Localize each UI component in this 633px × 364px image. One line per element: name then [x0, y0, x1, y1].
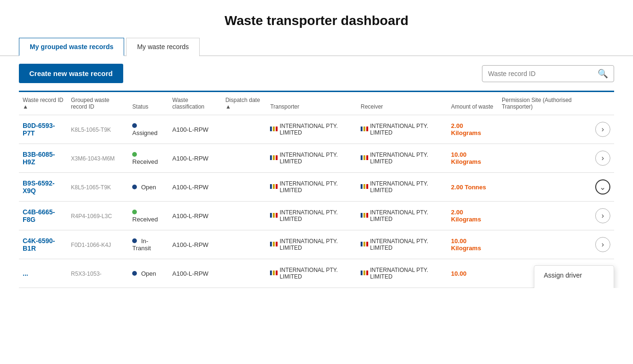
cell-waste-record-id: C4K-6590-B1R [19, 230, 67, 259]
cell-actions: › [591, 144, 614, 173]
row-action-button[interactable]: › [595, 122, 610, 137]
waste-records-table: Waste record ID ▲ Grouped waste record I… [19, 91, 614, 288]
col-header-actions [591, 92, 614, 115]
cell-actions: ⌄ [591, 173, 614, 202]
cell-grouped-id: R4P4-1069-L3C [67, 202, 128, 230]
receiver-name: INTERNATIONAL PTY. LIMITED [370, 180, 444, 194]
create-waste-record-button[interactable]: Create new waste record [19, 64, 123, 83]
cell-waste-classification: A100-L-RPW [169, 144, 221, 173]
status-text: Open [141, 184, 156, 191]
receiver-name: INTERNATIONAL PTY. LIMITED [370, 267, 444, 280]
cell-transporter: INTERNATIONAL PTY. LIMITED [266, 173, 357, 202]
cell-transporter: INTERNATIONAL PTY. LIMITED [266, 259, 357, 288]
sort-arrow-waste-record-id: ▲ [23, 103, 28, 110]
company-logo [270, 213, 278, 219]
company-logo [270, 155, 278, 161]
cell-permission-site [498, 173, 591, 202]
cell-waste-classification: A100-L-RPW [169, 230, 221, 259]
cell-grouped-id: K8L5-1065-T9K [67, 115, 128, 144]
cell-dispatch-date [221, 144, 266, 173]
cell-waste-record-id: B0D-6593-P7T [19, 115, 67, 144]
col-header-amount-of-waste: Amount of waste [447, 92, 498, 115]
cell-amount-of-waste: 2.00 Kilograms [447, 202, 498, 230]
col-header-receiver: Receiver [357, 92, 447, 115]
table-row: C4B-6665-F8G R4P4-1069-L3C Received A100… [19, 202, 614, 230]
cell-receiver: INTERNATIONAL PTY. LIMITED [357, 144, 447, 173]
cell-actions: › [591, 115, 614, 144]
transporter-name: INTERNATIONAL PTY. LIMITED [279, 152, 353, 165]
col-header-status: Status [128, 92, 169, 115]
receiver-name: INTERNATIONAL PTY. LIMITED [370, 152, 444, 165]
cell-transporter: INTERNATIONAL PTY. LIMITED [266, 115, 357, 144]
status-text: Received [132, 158, 158, 165]
status-dot [132, 271, 137, 276]
receiver-name: INTERNATIONAL PTY. LIMITED [370, 209, 444, 222]
row-action-button[interactable]: › [595, 237, 610, 252]
cell-waste-record-id: B9S-6592-X9Q [19, 173, 67, 202]
company-logo [361, 127, 368, 132]
company-logo [270, 127, 278, 132]
row-action-button[interactable]: ⌄ [595, 179, 610, 195]
table-header-row: Waste record ID ▲ Grouped waste record I… [19, 92, 614, 115]
col-header-transporter: Transporter [266, 92, 357, 115]
tab-my-waste-records[interactable]: My waste records [126, 38, 200, 56]
cell-amount-of-waste: 2.00 Tonnes [447, 173, 498, 202]
cell-dispatch-date [221, 202, 266, 230]
cell-actions: › [591, 202, 614, 230]
cell-transporter: INTERNATIONAL PTY. LIMITED [266, 144, 357, 173]
status-dot [132, 152, 137, 157]
col-header-waste-record-id[interactable]: Waste record ID ▲ [19, 92, 67, 115]
cell-receiver: INTERNATIONAL PTY. LIMITED [357, 202, 447, 230]
table-container: Waste record ID ▲ Grouped waste record I… [0, 91, 633, 288]
cell-status: In-Transit [128, 230, 169, 259]
table-row: C4K-6590-B1R F0D1-1066-K4J In-Transit A1… [19, 230, 614, 259]
cell-permission-site [498, 115, 591, 144]
search-input[interactable] [488, 70, 598, 77]
action-dropdown-menu: Assign driver Reject waste Email record … [534, 265, 614, 288]
cell-receiver: INTERNATIONAL PTY. LIMITED [357, 259, 447, 288]
cell-grouped-id: R5X3-1053- [67, 259, 128, 288]
menu-item-assign-driver[interactable]: Assign driver [534, 266, 614, 285]
cell-grouped-id: F0D1-1066-K4J [67, 230, 128, 259]
cell-receiver: INTERNATIONAL PTY. LIMITED [357, 115, 447, 144]
menu-item-reject-waste[interactable]: Reject waste [534, 285, 614, 288]
transporter-name: INTERNATIONAL PTY. LIMITED [279, 267, 353, 280]
cell-transporter: INTERNATIONAL PTY. LIMITED [266, 202, 357, 230]
cell-waste-record-id: ... [19, 259, 67, 288]
company-logo [270, 271, 278, 276]
status-dot [132, 185, 137, 189]
cell-status: Received [128, 202, 169, 230]
row-action-button[interactable]: › [595, 208, 610, 223]
status-text: Received [132, 216, 158, 223]
cell-amount-of-waste: 2.00 Kilograms [447, 115, 498, 144]
table-row: B0D-6593-P7T K8L5-1065-T9K Assigned A100… [19, 115, 614, 144]
cell-status: Open [128, 259, 169, 288]
company-logo [270, 242, 278, 247]
tab-bar: My grouped waste records My waste record… [0, 37, 633, 56]
cell-receiver: INTERNATIONAL PTY. LIMITED [357, 230, 447, 259]
cell-waste-record-id: C4B-6665-F8G [19, 202, 67, 230]
col-header-dispatch-date[interactable]: Dispatch date ▲ [221, 92, 266, 115]
table-row: B9S-6592-X9Q K8L5-1065-T9K Open A100-L-R… [19, 173, 614, 202]
row-action-button[interactable]: › [595, 151, 610, 166]
tab-grouped-waste-records[interactable]: My grouped waste records [19, 38, 124, 56]
company-logo [361, 184, 368, 190]
cell-waste-classification: A100-L-RPW [169, 115, 221, 144]
cell-transporter: INTERNATIONAL PTY. LIMITED [266, 230, 357, 259]
cell-waste-record-id: B3B-6085-H9Z [19, 144, 67, 173]
cell-permission-site [498, 202, 591, 230]
cell-grouped-id: K8L5-1065-T9K [67, 173, 128, 202]
cell-amount-of-waste: 10.00 Kilograms [447, 230, 498, 259]
status-text: Assigned [132, 129, 157, 136]
receiver-name: INTERNATIONAL PTY. LIMITED [370, 123, 444, 136]
transporter-name: INTERNATIONAL PTY. LIMITED [279, 209, 353, 222]
cell-status: Received [128, 144, 169, 173]
receiver-name: INTERNATIONAL PTY. LIMITED [370, 238, 444, 251]
company-logo [361, 155, 368, 161]
cell-waste-classification: A100-L-RPW [169, 202, 221, 230]
company-logo [361, 213, 368, 219]
company-logo [270, 184, 278, 190]
cell-waste-classification: A100-L-RPW [169, 259, 221, 288]
search-box: 🔍 [482, 65, 614, 82]
search-icon[interactable]: 🔍 [598, 68, 608, 79]
